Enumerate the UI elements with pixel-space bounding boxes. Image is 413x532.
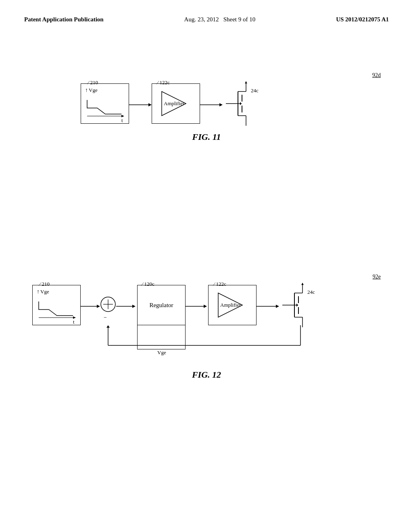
fig11-amp-triangle-svg: Amplifier bbox=[156, 87, 196, 120]
fig12-122c-label: ∕ 122c bbox=[214, 281, 226, 287]
fig11-igbt-svg bbox=[224, 79, 256, 128]
svg-marker-19 bbox=[245, 81, 247, 83]
svg-marker-50 bbox=[106, 325, 110, 328]
patent-number: US 2012/0212075 A1 bbox=[336, 16, 389, 23]
fig11-122c-label: ∕ 122c bbox=[157, 79, 170, 86]
fig12-arrow1-svg bbox=[81, 300, 103, 312]
svg-marker-35 bbox=[276, 305, 279, 308]
fig12-vge-label: ↑ Vge bbox=[37, 289, 49, 295]
fig11-arrow2-svg bbox=[200, 99, 226, 111]
page-content: 92d ↑ Vge t bbox=[0, 23, 413, 523]
svg-marker-4 bbox=[148, 103, 152, 106]
svg-marker-24 bbox=[97, 305, 100, 308]
fig12-120c-label: ∕ 120c bbox=[142, 281, 154, 287]
fig12-arrow2-svg bbox=[116, 300, 138, 312]
fig11-signal-box: ↑ Vge t bbox=[81, 83, 129, 124]
svg-text:Amplifier: Amplifier bbox=[220, 302, 241, 308]
fig11-arrow1-svg bbox=[129, 99, 153, 111]
svg-text:t: t bbox=[73, 319, 75, 325]
fig12-sum-circle-svg bbox=[100, 296, 116, 312]
fig12-regulator-box: Regulator bbox=[137, 285, 186, 325]
fig12-caption: FIG. 12 bbox=[0, 370, 413, 380]
date-sheet: Aug. 23, 2012 Sheet 9 of 10 bbox=[184, 16, 256, 23]
fig11-vge-label: ↑ Vge bbox=[85, 87, 98, 94]
fig12-210-label: ∕ 210 bbox=[40, 281, 50, 287]
fig12-signal-box: ↑ Vge t bbox=[32, 285, 81, 325]
fig12-section: 92e ↑ Vge t ∕ 210 bbox=[0, 273, 413, 380]
svg-marker-45 bbox=[296, 303, 298, 307]
fig12-minus-label: − bbox=[104, 314, 107, 321]
svg-marker-18 bbox=[240, 102, 242, 105]
svg-marker-46 bbox=[301, 283, 304, 285]
fig11-waveform-svg: t bbox=[85, 96, 125, 118]
fig11-caption: FIG. 11 bbox=[0, 132, 413, 142]
svg-marker-29 bbox=[132, 305, 136, 308]
fig11-section: 92d ↑ Vge t bbox=[0, 71, 413, 142]
publication-label: Patent Application Publication bbox=[24, 16, 104, 23]
svg-marker-31 bbox=[204, 305, 207, 308]
fig11-signal-content: ↑ Vge t bbox=[81, 84, 129, 123]
fig12-waveform-svg: t bbox=[37, 297, 77, 320]
ref-92d-label: 92d bbox=[372, 71, 381, 79]
fig12-amplifier-box: Amplifier bbox=[208, 285, 257, 325]
ref-92e-label: 92e bbox=[373, 273, 381, 280]
svg-text:Amplifier: Amplifier bbox=[164, 100, 185, 106]
fig12-vge-feedback-label: Vge bbox=[157, 349, 166, 356]
svg-marker-8 bbox=[219, 103, 223, 106]
fig12-arrow4-svg bbox=[257, 300, 283, 312]
fig12-arrow3-svg bbox=[186, 300, 210, 312]
page-header: Patent Application Publication Aug. 23, … bbox=[0, 0, 413, 23]
svg-text:t: t bbox=[121, 117, 123, 123]
fig12-igbt-svg bbox=[280, 281, 313, 329]
fig12-signal-content: ↑ Vge t bbox=[33, 285, 80, 325]
fig12-amp-triangle-svg: Amplifier bbox=[212, 289, 252, 321]
fig11-24c-label: 24c bbox=[251, 87, 259, 94]
fig11-amplifier-box: Amplifier bbox=[152, 83, 200, 124]
fig12-24c-label: 24c bbox=[307, 289, 315, 295]
fig12-reg-bottom-ext bbox=[137, 325, 186, 349]
fig11-210-label: ∕ 210 bbox=[88, 79, 98, 86]
